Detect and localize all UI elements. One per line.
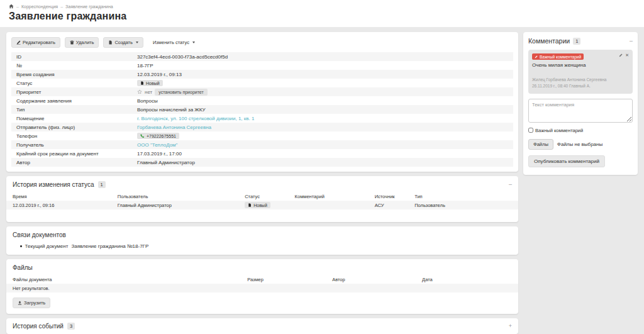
field-value: Главный Администратор (137, 160, 195, 165)
upload-button[interactable]: Загрузить (13, 298, 50, 308)
priority-value: нет (145, 89, 152, 95)
comment-input[interactable] (528, 99, 633, 123)
field-value: Вопросы начислений за ЖКУ (137, 107, 206, 113)
important-comment-badge: Важный комментарий (532, 53, 584, 60)
upload-button-label: Загрузить (24, 300, 45, 306)
breadcrumb-separator: – (60, 4, 63, 9)
expand-icon[interactable]: + (509, 323, 512, 329)
upload-icon (18, 301, 22, 305)
current-document-prefix: Текущий документ (25, 243, 69, 249)
field-value: Вопросы (137, 98, 158, 104)
edit-button[interactable]: Редактировать (11, 37, 60, 48)
edit-comment-icon[interactable] (619, 53, 623, 57)
collapse-icon[interactable]: – (630, 38, 633, 44)
field-label: Крайний срок реакции на документ (11, 151, 137, 157)
pencil-icon (535, 55, 538, 58)
field-label: № (11, 63, 137, 69)
collapse-icon[interactable]: – (509, 182, 512, 187)
publish-comment-button[interactable]: Опубликовать комментарий (528, 155, 605, 167)
detail-row-number: № 18-7ГР (11, 61, 513, 70)
detail-row-deadline: Крайний срок реакции на документ 17.03.2… (11, 149, 513, 158)
events-history-title: История событий (13, 323, 64, 330)
chevron-down-icon (192, 42, 195, 43)
document-icon (108, 40, 113, 45)
important-comment-checkbox-row: Важный комментарий (528, 128, 633, 133)
comment-text: Очень милая женщина (532, 62, 629, 68)
comments-panel: Комментарии 1 – Важный комментарий ✕ (523, 32, 638, 175)
breadcrumb-current: Заявление гражданина (65, 4, 113, 9)
document-details-card: Редактировать Удалить Создать Измен (6, 32, 518, 172)
pencil-square-icon (16, 40, 21, 45)
bullet-icon (20, 245, 22, 247)
status-history-header-row: Время Пользователь Статус Комментарий Ис… (6, 192, 518, 201)
detail-row-type: Тип Вопросы начислений за ЖКУ (11, 105, 513, 114)
delete-button[interactable]: Удалить (65, 37, 99, 48)
change-status-label: Изменить статус (153, 40, 189, 45)
recipient-link[interactable]: ООО "ТеплоДом" (137, 142, 177, 148)
phone-icon (140, 134, 145, 138)
create-button-label: Создать (114, 40, 133, 45)
sender-link[interactable]: Горбачева Антонина Сергеевна (137, 125, 211, 130)
status-history-count-badge: 1 (98, 181, 106, 188)
home-icon[interactable] (9, 4, 14, 9)
history-user: Главный Администратор (118, 203, 245, 208)
document-links-card: Связи документов Текущий документ Заявле… (6, 226, 518, 255)
important-comment-checkbox[interactable] (528, 128, 533, 133)
detail-row-status: Статус Новый (11, 79, 513, 87)
phone-badge[interactable]: +79222675551 (137, 133, 179, 139)
field-label: Помещение (11, 116, 137, 121)
page-title: Заявление гражданина (9, 11, 635, 22)
history-source: АСУ (375, 203, 415, 208)
star-outline-icon (137, 89, 142, 94)
column-header: Автор (332, 277, 422, 282)
create-button[interactable]: Создать (103, 37, 143, 48)
edit-button-label: Редактировать (23, 40, 55, 45)
comment-item: Важный комментарий ✕ Очень милая женщина… (528, 50, 633, 94)
column-header: Источник (375, 194, 415, 199)
files-empty-text: Нет результатов. (13, 286, 247, 291)
status-history-title: История изменения статуса (13, 181, 94, 188)
current-document-name: Заявление гражданина №18-7ГР (71, 243, 148, 249)
detail-row-created: Время создания 12.03.2019 г., 09:13 (11, 70, 513, 79)
breadcrumb-correspondence[interactable]: Корреспонденция (21, 4, 58, 9)
status-badge-label: Новый (146, 81, 160, 86)
field-label: Приоритет (11, 89, 137, 95)
comment-files-button[interactable]: Файлы (528, 139, 553, 150)
files-header-row: Файлы документа Размер Автор Дата (6, 275, 518, 284)
column-header: Комментарий (295, 194, 375, 199)
field-label: Телефон (11, 133, 137, 139)
column-header: Дата (422, 277, 512, 282)
set-priority-button[interactable]: установить приоритет (155, 89, 207, 96)
column-header: Статус (245, 194, 294, 199)
files-title: Файлы (13, 264, 33, 271)
toolbar: Редактировать Удалить Создать Измен (11, 37, 513, 48)
detail-row-content: Содержание заявления Вопросы (11, 96, 513, 105)
events-history-card: История событий 3 + (6, 318, 518, 334)
history-type: Пользователь (414, 203, 512, 208)
details-table: ID 327c3ef4-4ecd-0030-f73a-acd5cecd0f5d … (11, 52, 513, 167)
delete-comment-icon[interactable]: ✕ (625, 53, 629, 58)
phone-number: +79222675551 (147, 134, 176, 138)
comment-date: 26.11.2019 г., 08:40 Главный А. (532, 83, 629, 89)
detail-row-id: ID 327c3ef4-4ecd-0030-f73a-acd5cecd0f5d (11, 52, 513, 61)
field-value: 18-7ГР (137, 63, 153, 69)
field-label: Автор (11, 160, 137, 165)
change-status-button[interactable]: Изменить статус (148, 37, 200, 48)
events-count-badge: 3 (67, 323, 75, 330)
field-label: Статус (11, 81, 137, 86)
comments-title: Комментарии (528, 37, 570, 45)
breadcrumb-separator: – (16, 4, 19, 9)
field-label: ID (11, 54, 137, 60)
document-icon (248, 203, 252, 207)
field-value: 17.03.2019 г., 17:00 (137, 151, 182, 157)
status-badge-label: Новый (253, 203, 267, 208)
field-label: Отправитель (физ. лицо) (11, 125, 137, 130)
trash-icon (70, 40, 74, 45)
premise-link[interactable]: г. Волгодонск, ул. 100 стрелковой дивизи… (137, 116, 254, 121)
status-history-card: История изменения статуса 1 – Время Поль… (6, 176, 518, 222)
field-label: Содержание заявления (11, 98, 137, 104)
current-document-item: Текущий документ Заявление гражданина №1… (6, 242, 518, 255)
column-header: Время (13, 194, 118, 199)
field-value: 327c3ef4-4ecd-0030-f73a-acd5cecd0f5d (137, 54, 228, 60)
breadcrumb: – Корреспонденция – Заявление гражданина (9, 4, 635, 9)
